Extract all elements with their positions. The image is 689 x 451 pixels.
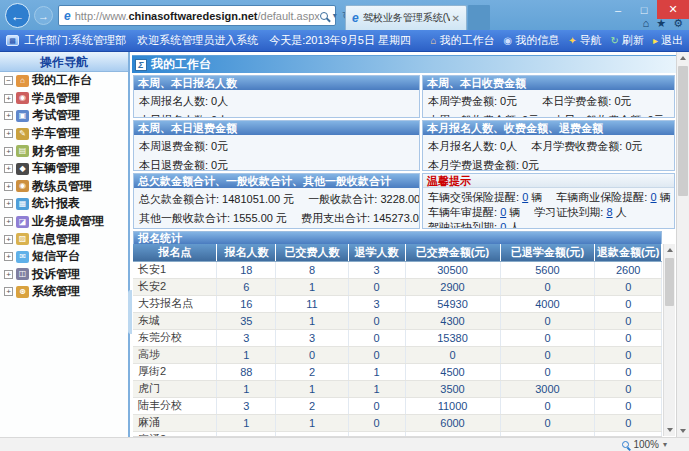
- value-cell: 6: [217, 278, 276, 295]
- expand-box-icon[interactable]: +: [4, 94, 13, 103]
- tip-text: 车辆交强保险提醒:: [428, 191, 522, 203]
- my-info-icon: ◉: [503, 35, 512, 46]
- workbench-title-bar: Σ 我的工作台: [132, 55, 676, 73]
- expand-box-icon[interactable]: +: [4, 199, 13, 208]
- value-cell: 5600: [500, 261, 595, 278]
- new-tab-button[interactable]: [468, 5, 490, 30]
- header-link-workbench-home[interactable]: ⌂我的工作台: [430, 33, 494, 48]
- expand-box-icon[interactable]: +: [4, 182, 13, 191]
- favorites-star-icon[interactable]: ★: [656, 17, 666, 30]
- tip-line: 车辆交强保险提醒: 0 辆 车辆商业保险提醒: 0 辆: [428, 190, 669, 205]
- value-cell: 4300: [405, 312, 500, 329]
- sidebar-item-13[interactable]: +⊛系统管理: [0, 283, 128, 301]
- sidebar-item-5[interactable]: +▤财务管理: [0, 142, 128, 160]
- browser-scroll-down-icon[interactable]: [680, 429, 686, 433]
- table-vertical-scrollbar[interactable]: [663, 244, 675, 436]
- value-cell: 2900: [405, 278, 500, 295]
- address-dropdown-icon[interactable]: ▾: [333, 11, 337, 20]
- welcome-text: 欢迎系统管理员进入系统: [137, 34, 258, 46]
- sidebar-item-label: 学车管理: [32, 125, 80, 142]
- value-cell: 6000: [405, 414, 500, 431]
- back-button[interactable]: ←: [5, 3, 30, 28]
- value-cell: 1: [217, 346, 276, 363]
- stat-line: 本周退费金额: 0元: [139, 137, 414, 156]
- sidebar-item-12[interactable]: +◫投诉管理: [0, 266, 128, 284]
- tips-lines: 车辆交强保险提醒: 0 辆 车辆商业保险提醒: 0 辆车辆年审提醒: 0 辆 学…: [423, 188, 674, 229]
- commission-icon: ◪: [16, 216, 29, 228]
- header-link-navigation[interactable]: ✦导航: [568, 33, 601, 48]
- scroll-down-icon[interactable]: [667, 428, 673, 432]
- expand-box-icon[interactable]: +: [4, 111, 13, 120]
- sidebar-item-label: 信息管理: [32, 231, 80, 248]
- value-cell: 0: [348, 414, 405, 431]
- zoom-control[interactable]: 100% ▾: [622, 439, 667, 450]
- header-link-my-info[interactable]: ◉我的信息: [503, 33, 559, 48]
- tip-line: 驾驶证快到期: 0 人: [428, 220, 669, 229]
- header-link-logout[interactable]: ▸退出: [653, 33, 683, 48]
- browser-tab[interactable]: e 驾校业务管理系统(V3.0) ✕: [345, 5, 467, 30]
- sidebar-item-label: 财务管理: [32, 143, 80, 160]
- table-row: 东城3510430000: [133, 312, 662, 329]
- table-row: 麻涌110600000: [133, 414, 662, 431]
- settings-gear-icon[interactable]: ⚙: [673, 17, 683, 30]
- scrollbar-thumb[interactable]: [665, 258, 674, 306]
- site-name-cell: 高埗: [133, 346, 217, 363]
- tip-text: 人: [613, 206, 627, 218]
- value-cell: 0: [500, 363, 595, 380]
- browser-scrollbar-thumb[interactable]: [678, 66, 688, 196]
- sidebar-item-3[interactable]: +▣考试管理: [0, 107, 128, 125]
- expand-box-icon[interactable]: +: [4, 287, 13, 296]
- enrollment-section-title: 报名统计: [133, 231, 662, 244]
- sidebar-item-9[interactable]: +◪业务提成管理: [0, 213, 128, 231]
- value-cell: 3: [348, 261, 405, 278]
- address-bar[interactable]: e http://www.chinasoftwaredesign.net/def…: [58, 5, 336, 26]
- value-cell: 16: [217, 295, 276, 312]
- expand-box-icon[interactable]: +: [4, 147, 13, 156]
- browser-titlebar: ← → e http://www.chinasoftwaredesign.net…: [0, 0, 689, 30]
- expand-box-icon[interactable]: +: [4, 217, 13, 226]
- sms-icon: ✉: [16, 251, 29, 263]
- app-header: ▩ 工作部门:系统管理部 欢迎系统管理员进入系统 今天是:2013年9月5日 星…: [0, 30, 689, 52]
- sidebar-item-11[interactable]: +✉短信平台: [0, 248, 128, 266]
- expand-box-icon[interactable]: +: [4, 164, 13, 173]
- header-link-refresh[interactable]: ↻刷新: [611, 33, 644, 48]
- panel-title: 总欠款金额合计、一般收款合计、其他一般收款合计: [134, 174, 419, 188]
- collapse-box-icon[interactable]: −: [4, 76, 13, 85]
- sidebar-item-4[interactable]: +✎学车管理: [0, 125, 128, 143]
- value-cell: 30500: [405, 261, 500, 278]
- zoom-dropdown-icon[interactable]: ▾: [663, 440, 667, 449]
- scroll-up-icon[interactable]: [667, 248, 673, 252]
- sidebar-item-1[interactable]: −⌂我的工作台: [0, 72, 128, 90]
- sidebar-item-7[interactable]: +◉教练员管理: [0, 178, 128, 196]
- sidebar-item-label: 短信平台: [32, 248, 80, 265]
- panel-title: 本月报名人数、收费金额、退费金额: [423, 121, 674, 135]
- sidebar-item-8[interactable]: +▦统计报表: [0, 195, 128, 213]
- sidebar-item-2[interactable]: +◉学员管理: [0, 90, 128, 108]
- stat-line: 总欠款金额合计: 1481051.00 元 一般收款合计: 3228.00 元: [139, 190, 414, 209]
- table-header-row: 报名点报名人数已交费人数退学人数已交费金额(元)已退学金额(元)退款金额(元): [133, 244, 662, 261]
- value-cell: 0: [500, 329, 595, 346]
- sidebar-item-6[interactable]: +◆车辆管理: [0, 160, 128, 178]
- home-browser-icon[interactable]: ⌂: [643, 17, 650, 30]
- site-name-cell: 麻涌: [133, 414, 217, 431]
- browser-vertical-scrollbar[interactable]: [676, 52, 689, 437]
- minimize-button[interactable]: –: [605, 0, 631, 19]
- expand-box-icon[interactable]: +: [4, 270, 13, 279]
- site-name-cell: 大芬报名点: [133, 295, 217, 312]
- value-cell: 3: [217, 397, 276, 414]
- value-cell: 0: [276, 346, 348, 363]
- browser-scroll-up-icon[interactable]: [680, 56, 686, 60]
- expand-box-icon[interactable]: +: [4, 129, 13, 138]
- value-cell: 54930: [405, 295, 500, 312]
- expand-box-icon[interactable]: +: [4, 235, 13, 244]
- tab-close-icon[interactable]: ✕: [450, 13, 462, 24]
- sidebar-item-10[interactable]: +▨信息管理: [0, 230, 128, 248]
- forward-button[interactable]: →: [34, 6, 53, 25]
- value-cell: 0: [500, 397, 595, 414]
- value-cell: 0: [348, 329, 405, 346]
- search-icon[interactable]: [320, 12, 328, 20]
- value-cell: 0: [595, 329, 662, 346]
- value-cell: 0: [500, 414, 595, 431]
- expand-box-icon[interactable]: +: [4, 252, 13, 261]
- stat-line: 本日报名人数: 0人: [139, 111, 414, 118]
